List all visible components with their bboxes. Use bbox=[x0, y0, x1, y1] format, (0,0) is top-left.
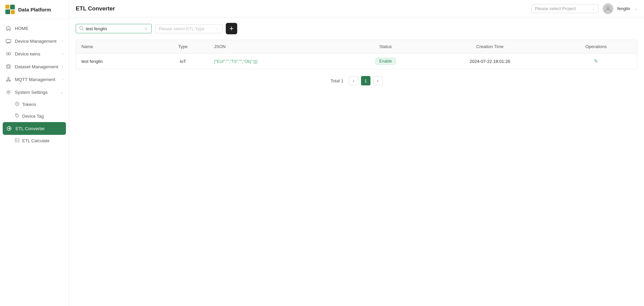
search-input[interactable] bbox=[86, 26, 142, 31]
chevron-right-icon2: › bbox=[62, 52, 63, 56]
avatar bbox=[603, 3, 613, 14]
sidebar-item-mqtt-label: MQTT Management bbox=[15, 77, 56, 82]
svg-line-24 bbox=[82, 29, 84, 30]
col-header-json: JSON bbox=[209, 40, 347, 53]
etl-calculate-icon bbox=[15, 138, 20, 144]
etl-type-chevron-icon: ⌄ bbox=[216, 27, 219, 31]
logo-icon bbox=[5, 5, 15, 14]
svg-point-23 bbox=[80, 26, 83, 29]
sidebar-item-dataset-label: Dataset Management bbox=[15, 64, 58, 69]
app-name: Data Platform bbox=[18, 7, 51, 12]
cell-status: Enable bbox=[347, 53, 425, 69]
cell-name: test fenglin bbox=[76, 53, 157, 69]
pagination-page-1[interactable]: 1 bbox=[361, 76, 370, 85]
topbar-right: Please select Project ⌄ fenglin ⌄ bbox=[531, 3, 637, 14]
svg-rect-1 bbox=[10, 5, 15, 9]
pagination-total: Total 1 bbox=[330, 78, 343, 83]
etl-type-select[interactable]: Please select ETL Type ⌄ bbox=[155, 24, 222, 33]
sidebar-item-device-management-label: Device Management bbox=[15, 39, 57, 44]
sidebar: Data Platform HOME Device Management › D… bbox=[0, 0, 69, 306]
sidebar-item-mqtt-management[interactable]: MQTT Management › bbox=[0, 73, 69, 86]
svg-rect-4 bbox=[6, 39, 11, 42]
svg-rect-12 bbox=[9, 80, 10, 81]
pagination-prev[interactable]: ‹ bbox=[349, 76, 358, 85]
data-table: Name Type JSON Status Creation Time Oper… bbox=[76, 40, 637, 69]
chevron-right-icon4: › bbox=[62, 77, 63, 81]
svg-point-17 bbox=[8, 91, 9, 93]
sidebar-item-etl-calculate-label: ETL Calculate bbox=[22, 138, 49, 143]
device-twins-icon bbox=[5, 51, 11, 57]
sidebar-item-device-twins[interactable]: Device twins › bbox=[0, 47, 69, 60]
col-header-status: Status bbox=[347, 40, 425, 53]
sidebar-item-device-twins-label: Device twins bbox=[15, 51, 40, 56]
edit-icon[interactable]: ✎ bbox=[594, 58, 598, 64]
cell-operations: ✎ bbox=[555, 53, 637, 69]
etl-type-placeholder: Please select ETL Type bbox=[159, 26, 205, 31]
tokens-icon bbox=[15, 102, 20, 107]
sidebar-item-etl-calculate[interactable]: ETL Calculate bbox=[0, 135, 69, 147]
chevron-down-icon: ⌄ bbox=[60, 90, 63, 94]
settings-icon bbox=[5, 89, 11, 95]
sidebar-item-dataset-management[interactable]: Dataset Management › bbox=[0, 60, 69, 73]
chevron-right-icon: › bbox=[62, 39, 63, 43]
toolbar: ✕ Please select ETL Type ⌄ + bbox=[76, 23, 637, 34]
content-area: ✕ Please select ETL Type ⌄ + Name Type J… bbox=[69, 17, 644, 306]
sidebar-item-home[interactable]: HOME bbox=[0, 22, 69, 35]
dataset-icon bbox=[5, 64, 11, 70]
project-select[interactable]: Please select Project ⌄ bbox=[531, 4, 599, 13]
cell-type: IoT bbox=[157, 53, 209, 69]
search-icon bbox=[79, 26, 84, 31]
table-row: test fenglin IoT {"EUI":"","TS":"","Obj"… bbox=[76, 53, 637, 69]
sidebar-item-system-settings[interactable]: System Settings ⌄ bbox=[0, 86, 69, 99]
sidebar-logo: Data Platform bbox=[0, 0, 69, 19]
chevron-right-icon3: › bbox=[62, 65, 63, 69]
etl-converter-icon bbox=[6, 125, 12, 131]
project-select-placeholder: Please select Project bbox=[535, 6, 576, 11]
col-header-operations: Operations bbox=[555, 40, 637, 53]
svg-point-19 bbox=[16, 115, 17, 115]
clear-icon[interactable]: ✕ bbox=[144, 26, 148, 31]
sidebar-item-etl-converter-label: ETL Converter bbox=[15, 126, 45, 131]
home-icon bbox=[5, 25, 11, 31]
user-chevron-down-icon: ⌄ bbox=[634, 6, 637, 11]
col-header-type: Type bbox=[157, 40, 209, 53]
col-header-creation-time: Creation Time bbox=[425, 40, 555, 53]
svg-point-22 bbox=[607, 6, 609, 9]
svg-rect-11 bbox=[6, 80, 8, 81]
pagination-next[interactable]: › bbox=[373, 76, 383, 85]
add-icon: + bbox=[229, 25, 234, 32]
sidebar-item-tokens[interactable]: Tokens bbox=[0, 99, 69, 110]
mqtt-icon bbox=[5, 76, 11, 82]
sidebar-item-system-settings-label: System Settings bbox=[15, 90, 48, 95]
cell-creation-time: 2024-07-22 18:01:26 bbox=[425, 53, 555, 69]
sidebar-navigation: HOME Device Management › Device twins › … bbox=[0, 19, 69, 306]
svg-rect-2 bbox=[5, 9, 10, 14]
col-header-name: Name bbox=[76, 40, 157, 53]
search-box: ✕ bbox=[76, 24, 152, 33]
cell-json: {"EUI":"","TS":"","Obj":{}} bbox=[209, 53, 347, 69]
svg-rect-13 bbox=[8, 77, 9, 79]
sidebar-item-tokens-label: Tokens bbox=[22, 102, 36, 107]
add-button[interactable]: + bbox=[226, 23, 237, 34]
device-management-icon bbox=[5, 38, 11, 44]
sidebar-item-etl-converter[interactable]: ETL Converter bbox=[3, 122, 66, 135]
sidebar-item-device-tag[interactable]: Device Tag bbox=[0, 110, 69, 122]
svg-rect-0 bbox=[5, 5, 9, 9]
page-title: ETL Converter bbox=[76, 5, 115, 12]
sidebar-item-device-tag-label: Device Tag bbox=[22, 114, 44, 119]
project-chevron-down-icon: ⌄ bbox=[592, 6, 595, 11]
sidebar-item-home-label: HOME bbox=[15, 26, 29, 31]
pagination: Total 1 ‹ 1 › bbox=[76, 76, 637, 92]
svg-rect-3 bbox=[11, 10, 15, 14]
sidebar-item-device-management[interactable]: Device Management › bbox=[0, 35, 69, 47]
device-tag-icon bbox=[15, 113, 20, 119]
main-content: ETL Converter Please select Project ⌄ fe… bbox=[69, 0, 644, 306]
user-name: fenglin bbox=[617, 6, 630, 11]
topbar: ETL Converter Please select Project ⌄ fe… bbox=[69, 0, 644, 17]
svg-point-10 bbox=[7, 65, 10, 66]
